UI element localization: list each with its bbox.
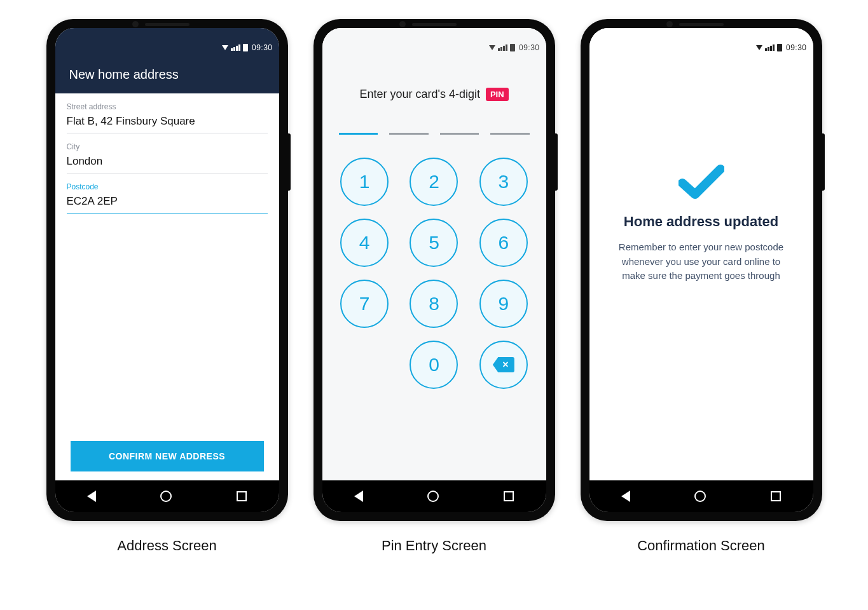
battery-icon — [777, 44, 782, 51]
pin-keypad: 1 2 3 4 5 6 7 8 9 0 — [339, 158, 530, 389]
confirmation-body: Remember to enter your new postcode when… — [611, 240, 792, 283]
pin-slot-2 — [389, 133, 429, 135]
pin-slot-4 — [490, 133, 530, 135]
android-navbar — [55, 480, 279, 512]
appbar-title: New home address — [69, 67, 179, 81]
keypad-2[interactable]: 2 — [410, 158, 458, 206]
city-input[interactable] — [67, 152, 268, 173]
nav-home-icon[interactable] — [694, 491, 706, 502]
caption-pin: Pin Entry Screen — [382, 538, 486, 554]
pin-slots — [339, 133, 530, 135]
field-postcode: Postcode — [67, 182, 268, 214]
keypad-5[interactable]: 5 — [410, 219, 458, 267]
confirm-address-button[interactable]: CONFIRM NEW ADDRESS — [71, 441, 264, 471]
keypad-8[interactable]: 8 — [410, 280, 458, 328]
keypad-blank — [340, 341, 389, 389]
wifi-icon — [756, 45, 762, 50]
pin-prompt: Enter your card's 4-digit PIN — [339, 88, 530, 101]
nav-recents-icon[interactable] — [771, 491, 781, 501]
wifi-icon — [489, 45, 495, 50]
keypad-0[interactable]: 0 — [410, 341, 458, 389]
keypad-backspace[interactable] — [479, 341, 528, 389]
caption-confirmation: Confirmation Screen — [637, 538, 765, 554]
pin-slot-1 — [339, 133, 378, 135]
pin-badge: PIN — [486, 88, 509, 101]
nav-back-icon[interactable] — [87, 491, 96, 502]
backspace-icon — [493, 357, 514, 372]
caption-address: Address Screen — [117, 538, 217, 554]
field-city: City — [67, 142, 268, 173]
pin-slot-3 — [440, 133, 479, 135]
status-clock: 09:30 — [252, 43, 273, 52]
check-icon — [679, 164, 724, 200]
keypad-7[interactable]: 7 — [340, 280, 389, 328]
appbar: New home address — [55, 56, 279, 93]
android-navbar — [322, 480, 546, 512]
keypad-1[interactable]: 1 — [340, 158, 389, 206]
street-label: Street address — [67, 102, 268, 111]
status-bar: 09:30 — [322, 39, 546, 56]
android-navbar — [589, 480, 813, 512]
status-clock: 09:30 — [519, 43, 540, 52]
keypad-3[interactable]: 3 — [479, 158, 528, 206]
pin-prompt-text: Enter your card's 4-digit — [359, 88, 480, 100]
nav-home-icon[interactable] — [427, 491, 439, 502]
wifi-icon — [222, 45, 228, 50]
keypad-4[interactable]: 4 — [340, 219, 389, 267]
signal-icon — [498, 44, 507, 51]
phone-frame-confirmation: 09:30 Home address updated Remember to e… — [581, 19, 822, 521]
street-input[interactable] — [67, 112, 268, 133]
status-bar: 09:30 — [55, 39, 279, 56]
status-bar: 09:30 — [589, 39, 813, 56]
phone-frame-address: 09:30 New home address Street address Ci… — [46, 19, 288, 521]
field-street: Street address — [67, 102, 268, 133]
nav-home-icon[interactable] — [160, 491, 172, 502]
nav-recents-icon[interactable] — [237, 491, 247, 501]
nav-back-icon[interactable] — [621, 491, 630, 502]
signal-icon — [765, 44, 775, 51]
battery-icon — [243, 44, 248, 51]
nav-back-icon[interactable] — [354, 491, 363, 502]
confirmation-title: Home address updated — [624, 214, 778, 230]
city-label: City — [67, 142, 268, 151]
status-clock: 09:30 — [786, 43, 807, 52]
nav-recents-icon[interactable] — [504, 491, 514, 501]
postcode-label: Postcode — [67, 182, 268, 191]
keypad-9[interactable]: 9 — [479, 280, 528, 328]
phone-frame-pin: 09:30 Enter your card's 4-digit PIN — [313, 19, 555, 521]
postcode-input[interactable] — [67, 193, 268, 214]
keypad-6[interactable]: 6 — [479, 219, 528, 267]
battery-icon — [510, 44, 515, 51]
signal-icon — [231, 44, 240, 51]
